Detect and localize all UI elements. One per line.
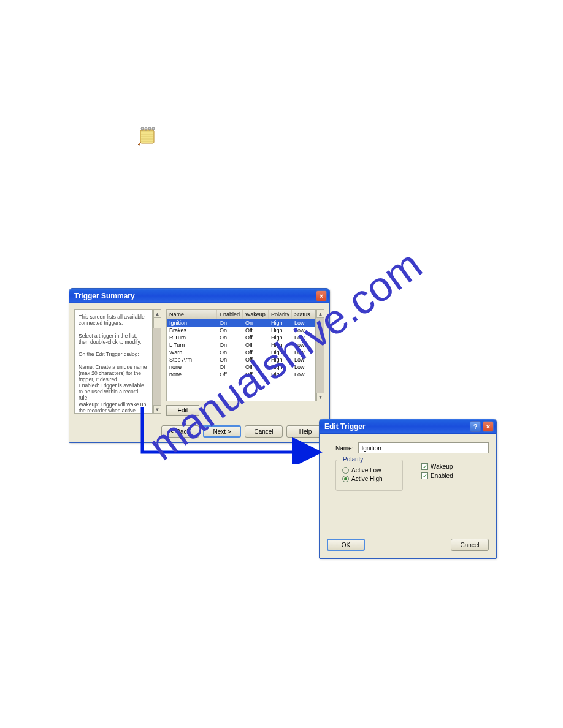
wakeup-label: Wakeup bbox=[431, 463, 453, 470]
enabled-checkbox[interactable]: Enabled bbox=[421, 472, 453, 479]
scrollbar[interactable]: ▲ ▼ bbox=[153, 309, 161, 414]
col-wakeup[interactable]: Wakeup bbox=[243, 310, 269, 319]
close-icon[interactable]: × bbox=[316, 290, 327, 301]
table-row[interactable]: noneOffOffHighLow bbox=[167, 371, 315, 378]
divider bbox=[161, 121, 492, 121]
polarity-legend: Polarity bbox=[341, 456, 365, 463]
table-row[interactable]: Stop ArmOnOffHighLow bbox=[167, 356, 315, 363]
active-high-label: Active High bbox=[351, 476, 383, 482]
table-header: Name Enabled Wakeup Polarity Status bbox=[167, 310, 315, 319]
col-enabled[interactable]: Enabled bbox=[217, 310, 243, 319]
cancel-button[interactable]: Cancel bbox=[451, 539, 489, 551]
radio-icon bbox=[342, 476, 349, 482]
scroll-thumb[interactable] bbox=[153, 317, 161, 328]
titlebar[interactable]: Trigger Summary × bbox=[69, 289, 329, 303]
svg-point-4 bbox=[152, 127, 155, 130]
dialog-buttons: OK Cancel bbox=[320, 539, 496, 558]
radio-icon bbox=[342, 467, 349, 474]
svg-point-2 bbox=[145, 127, 147, 130]
active-low-label: Active Low bbox=[351, 467, 381, 474]
ok-button[interactable]: OK bbox=[327, 539, 365, 551]
table-row[interactable]: IgnitionOnOnHighLow bbox=[167, 319, 315, 327]
table-row[interactable]: R TurnOnOffHighLow bbox=[167, 334, 315, 341]
help-icon[interactable]: ? bbox=[470, 421, 481, 432]
checkbox-icon bbox=[421, 472, 428, 479]
close-icon[interactable]: × bbox=[483, 421, 494, 432]
trigger-table[interactable]: Name Enabled Wakeup Polarity Status Igni… bbox=[166, 309, 316, 401]
help-panel: This screen lists all available connecte… bbox=[74, 309, 153, 414]
table-row[interactable]: WarnOnOffHighLow bbox=[167, 349, 315, 356]
col-polarity[interactable]: Polarity bbox=[269, 310, 292, 319]
notepad-icon bbox=[136, 125, 158, 147]
name-label: Name: bbox=[335, 445, 353, 452]
divider bbox=[161, 181, 492, 181]
table-body[interactable]: IgnitionOnOnHighLowBrakesOnOffHighLowR T… bbox=[167, 319, 315, 378]
active-high-radio[interactable]: Active High bbox=[342, 476, 395, 482]
scroll-up-icon[interactable]: ▲ bbox=[153, 309, 161, 318]
edit-trigger-dialog: Edit Trigger ? × Name: Ignition Polarity… bbox=[319, 419, 497, 559]
checkbox-icon bbox=[421, 463, 428, 470]
name-value: Ignition bbox=[361, 445, 381, 452]
polarity-group: Polarity Active Low Active High bbox=[335, 460, 403, 491]
connector-arrow bbox=[134, 403, 330, 464]
scrollbar[interactable]: ▲ ▼ bbox=[316, 309, 324, 401]
titlebar[interactable]: Edit Trigger ? × bbox=[320, 419, 496, 434]
table-row[interactable]: noneOffOffHighLow bbox=[167, 363, 315, 371]
scroll-up-icon[interactable]: ▲ bbox=[316, 309, 324, 318]
col-name[interactable]: Name bbox=[167, 310, 217, 319]
name-field[interactable]: Ignition bbox=[358, 442, 489, 453]
active-low-radio[interactable]: Active Low bbox=[342, 467, 395, 474]
dialog-title: Trigger Summary bbox=[74, 292, 135, 300]
table-row[interactable]: L TurnOnOffHighLow bbox=[167, 341, 315, 349]
col-status[interactable]: Status bbox=[292, 310, 315, 319]
enabled-label: Enabled bbox=[431, 472, 453, 479]
wakeup-checkbox[interactable]: Wakeup bbox=[421, 463, 453, 470]
scroll-down-icon[interactable]: ▼ bbox=[316, 393, 324, 401]
svg-point-1 bbox=[141, 127, 144, 130]
svg-point-3 bbox=[148, 127, 151, 130]
table-row[interactable]: BrakesOnOffHighLow bbox=[167, 327, 315, 334]
dialog-title: Edit Trigger bbox=[324, 422, 366, 431]
